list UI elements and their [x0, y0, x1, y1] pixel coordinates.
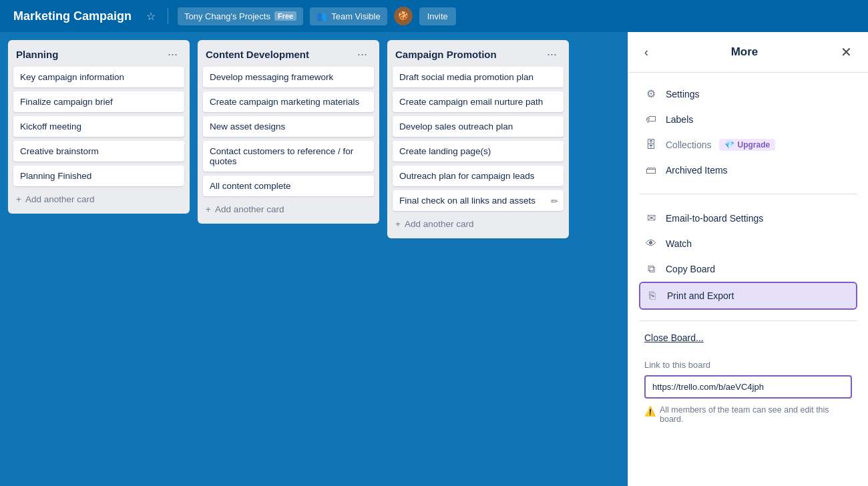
- add-card-content-label: Add another card: [215, 204, 284, 214]
- archived-items-label: Archived Items: [666, 165, 728, 176]
- copy-board-label: Copy Board: [666, 264, 715, 274]
- link-note: ⚠️ All members of the team can see and e…: [644, 405, 852, 424]
- card-messaging[interactable]: Develop messaging framework: [203, 67, 374, 87]
- card-marketing-materials[interactable]: Create campaign marketing materials: [203, 91, 374, 112]
- card-planning-finished[interactable]: Planning Finished: [13, 166, 184, 186]
- team-visible-button[interactable]: 👥 Team Visible: [310, 7, 387, 25]
- team-visible-label: Team Visible: [331, 11, 380, 21]
- link-section: Link to this board ⚠️ All members of the…: [628, 352, 868, 435]
- invite-button[interactable]: Invite: [419, 7, 456, 25]
- settings-icon: ⚙: [644, 87, 658, 100]
- panel-menu-watch[interactable]: 👁 Watch: [639, 231, 857, 256]
- add-card-planning-button[interactable]: + Add another card: [13, 189, 184, 207]
- panel-menu-settings[interactable]: ⚙ Settings: [639, 81, 857, 107]
- card-contact-customers[interactable]: Contact customers to reference / for quo…: [203, 141, 374, 172]
- list-planning: Planning ··· Key campaign information Fi…: [8, 40, 190, 214]
- link-input[interactable]: [644, 375, 852, 399]
- watch-label: Watch: [666, 238, 692, 249]
- panel-title: More: [731, 45, 758, 59]
- archived-items-icon: 🗃: [644, 164, 658, 176]
- header-separator: [168, 8, 168, 24]
- edit-icon: ✏: [551, 196, 558, 206]
- plus-icon-3: +: [395, 219, 401, 229]
- board-area: Planning ··· Key campaign information Fi…: [0, 32, 628, 486]
- warning-icon: ⚠️: [644, 406, 656, 417]
- card-brainstorm[interactable]: Creative brainstorm: [13, 141, 184, 162]
- panel-menu-email-board[interactable]: ✉ Email-to-board Settings: [639, 205, 857, 231]
- panel-close-button[interactable]: ✕: [835, 41, 857, 63]
- plus-icon: +: [16, 194, 21, 204]
- panel-menu-copy-board[interactable]: ⧉ Copy Board: [639, 256, 857, 282]
- panel-secondary-menu: ✉ Email-to-board Settings 👁 Watch ⧉ Copy…: [628, 197, 868, 318]
- list-campaign-promotion: Campaign Promotion ··· Draft social medi…: [387, 40, 569, 238]
- panel-divider-1: [639, 194, 857, 194]
- card-sales-outreach[interactable]: Develop sales outreach plan: [393, 116, 564, 137]
- add-card-planning-label: Add another card: [25, 194, 95, 204]
- panel-menu-collections[interactable]: 🗄 Collections 💎 Upgrade: [639, 132, 857, 158]
- list-promo-header: Campaign Promotion ···: [393, 47, 564, 67]
- card-asset-designs[interactable]: New asset designs: [203, 116, 374, 137]
- free-badge: Free: [274, 11, 296, 21]
- panel-main-menu: ⚙ Settings 🏷 Labels 🗄 Collections 💎 Upgr…: [628, 73, 868, 191]
- add-card-promo-label: Add another card: [405, 219, 474, 229]
- watch-icon: 👁: [644, 238, 658, 250]
- email-board-label: Email-to-board Settings: [666, 213, 763, 224]
- card-social-media[interactable]: Draft social media promotion plan: [393, 67, 564, 87]
- email-icon: ✉: [644, 212, 658, 224]
- upgrade-gem-icon: 💎: [724, 140, 734, 150]
- project-label: Tony Chang's Projects: [184, 11, 270, 21]
- list-content-menu-button[interactable]: ···: [353, 47, 371, 61]
- card-landing-page[interactable]: Create landing page(s): [393, 141, 564, 162]
- card-finalize-brief[interactable]: Finalize campaign brief: [13, 91, 184, 112]
- labels-label: Labels: [666, 114, 693, 125]
- list-planning-header: Planning ···: [13, 47, 184, 67]
- list-planning-title: Planning: [16, 49, 58, 60]
- collections-label: Collections: [666, 140, 711, 150]
- close-board-button[interactable]: Close Board...: [644, 332, 704, 343]
- card-final-check[interactable]: Final check on all links and assets ✏: [393, 190, 564, 211]
- add-card-promo-button[interactable]: + Add another card: [393, 214, 564, 232]
- plus-icon-2: +: [206, 204, 211, 214]
- panel-divider-2: [639, 320, 857, 321]
- print-export-label: Print and Export: [667, 290, 734, 301]
- card-outreach-leads[interactable]: Outreach plan for campaign leads: [393, 166, 564, 186]
- avatar[interactable]: 🍪: [394, 7, 413, 25]
- link-label: Link to this board: [644, 360, 852, 370]
- labels-icon: 🏷: [644, 113, 658, 126]
- close-board-section: Close Board...: [628, 324, 868, 352]
- main-content: Planning ··· Key campaign information Fi…: [0, 32, 868, 486]
- card-kickoff[interactable]: Kickoff meeting: [13, 116, 184, 137]
- add-card-content-button[interactable]: + Add another card: [203, 199, 374, 217]
- list-promo-title: Campaign Promotion: [395, 49, 497, 60]
- list-planning-menu-button[interactable]: ···: [164, 47, 182, 61]
- people-icon: 👥: [316, 11, 327, 21]
- list-content-title: Content Development: [206, 49, 309, 60]
- panel-menu-labels[interactable]: 🏷 Labels: [639, 107, 857, 132]
- panel-header: ‹ More ✕: [628, 32, 868, 73]
- upgrade-badge[interactable]: 💎 Upgrade: [719, 139, 775, 151]
- collections-icon: 🗄: [644, 139, 658, 151]
- link-note-text: All members of the team can see and edit…: [660, 405, 852, 424]
- card-email-nurture[interactable]: Create campaign email nurture path: [393, 91, 564, 112]
- project-button[interactable]: Tony Chang's Projects Free: [178, 7, 303, 25]
- upgrade-label: Upgrade: [737, 140, 770, 150]
- card-key-campaign[interactable]: Key campaign information: [13, 67, 184, 87]
- panel-menu-print-export[interactable]: ⎘ Print and Export: [639, 282, 857, 310]
- panel-back-button[interactable]: ‹: [639, 43, 654, 62]
- card-content-complete[interactable]: All content complete: [203, 176, 374, 196]
- board-title[interactable]: Marketing Campaign: [8, 7, 137, 26]
- app-header: Marketing Campaign ☆ Tony Chang's Projec…: [0, 0, 868, 32]
- settings-label: Settings: [666, 89, 700, 99]
- print-export-icon: ⎘: [646, 290, 659, 302]
- list-content-header: Content Development ···: [203, 47, 374, 67]
- right-panel: ‹ More ✕ ⚙ Settings 🏷 Labels 🗄 Collectio…: [628, 32, 868, 486]
- list-content-development: Content Development ··· Develop messagin…: [198, 40, 379, 224]
- star-button[interactable]: ☆: [144, 7, 158, 25]
- list-promo-menu-button[interactable]: ···: [543, 47, 561, 61]
- panel-menu-archived-items[interactable]: 🗃 Archived Items: [639, 158, 857, 183]
- copy-board-icon: ⧉: [644, 263, 658, 275]
